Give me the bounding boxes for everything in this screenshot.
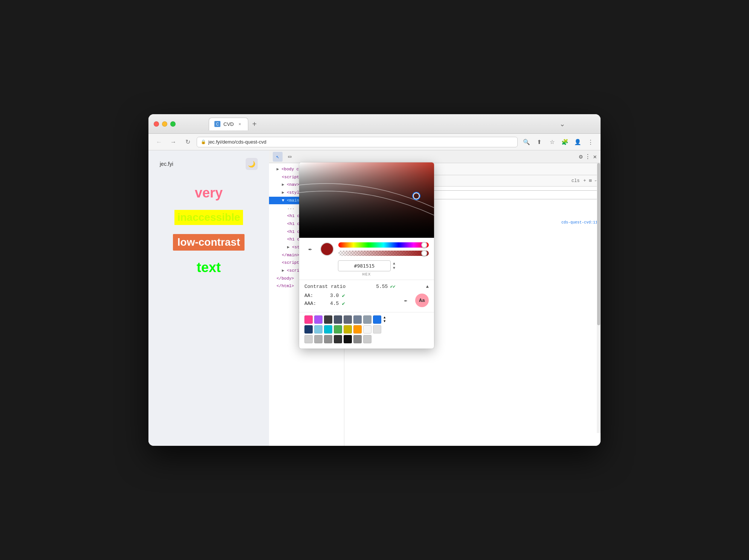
url-text: jec.fyi/demo/cds-quest-cvd	[208, 139, 266, 145]
swatches-scroll-buttons: ▲ ▼	[384, 316, 385, 323]
tab-menu-button[interactable]: ⌄	[559, 120, 565, 128]
main-area: jec.fyi 🌙 very inaccessible low-contrast…	[148, 150, 601, 446]
page-content: jec.fyi 🌙 very inaccessible low-contrast…	[148, 150, 269, 446]
aa-label: AA:	[304, 293, 327, 298]
swatches-up[interactable]: ▲	[384, 316, 385, 320]
aa-row: AA: 3.0 ✔	[304, 292, 399, 299]
aa-check-icon: ✔	[342, 292, 345, 299]
aaa-label: AAA:	[304, 301, 327, 306]
url-bar[interactable]: 🔒 jec.fyi/demo/cds-quest-cvd	[197, 137, 518, 147]
scrollbar-thumb[interactable]	[597, 163, 600, 325]
extensions-icon[interactable]: 🧩	[560, 137, 570, 147]
color-preview-circle	[320, 242, 334, 256]
swatch[interactable]	[324, 335, 332, 343]
swatch[interactable]	[334, 335, 342, 343]
swatch[interactable]	[363, 315, 371, 324]
devtools-toolbar: ↖ ▭ ⚙ ⋮ ✕	[269, 150, 601, 163]
swatch[interactable]	[353, 325, 362, 334]
devtools-settings-button[interactable]: ⚙	[579, 153, 583, 161]
alpha-thumb[interactable]	[421, 250, 427, 256]
swatch[interactable]	[334, 315, 342, 324]
swatch[interactable]	[334, 325, 342, 334]
panel-button[interactable]: ⊞	[589, 178, 592, 184]
swatch[interactable]	[304, 325, 313, 334]
back-button[interactable]: ←	[154, 137, 164, 147]
close-button[interactable]	[154, 121, 159, 127]
swatch[interactable]	[344, 335, 352, 343]
tab-title: CVD	[223, 121, 234, 127]
swatch[interactable]	[344, 325, 352, 334]
hex-increment[interactable]: ▲	[393, 262, 395, 266]
account-icon[interactable]: 👤	[573, 137, 582, 147]
color-picker[interactable]: ✒ ▲	[299, 162, 434, 349]
browser-tab[interactable]: C CVD ×	[209, 118, 248, 130]
more-menu-button[interactable]: ⋮	[585, 137, 595, 147]
hex-label: HEX	[362, 272, 371, 277]
swatch[interactable]	[314, 335, 323, 343]
tab-bar: C CVD × + ⌄	[179, 118, 595, 130]
color-gradient[interactable]	[299, 162, 434, 238]
bookmark-icon[interactable]: ☆	[547, 137, 557, 147]
swatch[interactable]	[314, 315, 323, 324]
share-icon[interactable]: ⬆	[534, 137, 544, 147]
reload-button[interactable]: ↻	[182, 137, 193, 147]
swatch[interactable]	[324, 315, 332, 324]
aaa-value: 4.5	[330, 301, 339, 306]
cp-controls: ✒	[299, 238, 434, 259]
sliders-area	[338, 242, 429, 256]
forward-button[interactable]: →	[168, 137, 179, 147]
hex-input[interactable]	[338, 260, 391, 271]
eyedropper-button[interactable]: ✒	[304, 243, 316, 255]
swatch[interactable]	[304, 315, 313, 324]
alpha-slider[interactable]	[338, 251, 429, 256]
swatch[interactable]	[353, 315, 362, 324]
swatch[interactable]	[344, 315, 352, 324]
picker-cursor[interactable]	[413, 193, 420, 199]
swatch[interactable]	[363, 335, 371, 343]
add-style-button[interactable]: cls	[572, 178, 580, 184]
toggle-style-button[interactable]: +	[583, 178, 586, 184]
swatch[interactable]	[324, 325, 332, 334]
swatches-row-2	[304, 325, 429, 334]
contrast-ratio-label: Contrast ratio	[304, 284, 345, 289]
lock-icon: 🔒	[201, 139, 206, 144]
demo-text-area: very inaccessible low-contrast text	[160, 181, 258, 275]
contrast-header: Contrast ratio 5.55 ✔✔ ▲	[304, 284, 429, 289]
devtools-panel: ↖ ▭ ⚙ ⋮ ✕ ▶ <body ct <script	[269, 150, 601, 446]
source-link[interactable]: cds-quest-cvd:11	[561, 219, 598, 226]
hue-thumb[interactable]	[421, 242, 427, 248]
hex-decrement[interactable]: ▼	[393, 266, 395, 270]
search-icon[interactable]: 🔍	[521, 137, 531, 147]
device-mode-button[interactable]: ▭	[285, 152, 295, 162]
hex-spinners: ▲ ▼	[393, 262, 395, 270]
inspect-element-button[interactable]: ↖	[273, 152, 283, 162]
swatch[interactable]	[373, 315, 381, 324]
hue-slider[interactable]	[338, 242, 429, 248]
word-very: very	[195, 185, 223, 201]
devtools-more-button[interactable]: ⋮	[585, 153, 591, 161]
aaa-row: AAA: 4.5 ✔	[304, 300, 399, 307]
mac-window: C CVD × + ⌄ ← → ↻ 🔒 jec.fyi/demo/cds-que…	[148, 114, 601, 446]
new-tab-button[interactable]: +	[248, 120, 260, 128]
dark-mode-toggle[interactable]: 🌙	[246, 158, 258, 170]
minimize-button[interactable]	[162, 121, 167, 127]
aaa-check-icon: ✔	[342, 300, 345, 307]
site-name: jec.fyi	[160, 161, 173, 167]
devtools-close-button[interactable]: ✕	[593, 153, 597, 161]
contrast-collapse-button[interactable]: ▲	[426, 284, 429, 289]
swatches-down[interactable]: ▼	[384, 320, 385, 323]
tab-close-button[interactable]: ×	[237, 121, 243, 127]
maximize-button[interactable]	[170, 121, 176, 127]
hex-input-area: ▲ ▼ HEX	[299, 259, 434, 280]
swatch[interactable]	[304, 335, 313, 343]
title-bar: C CVD × + ⌄	[148, 114, 601, 134]
devtools-scrollbar[interactable]	[597, 163, 601, 433]
swatch[interactable]	[314, 325, 323, 334]
swatch[interactable]	[363, 325, 371, 334]
swatch[interactable]	[373, 325, 381, 334]
contrast-eyedropper-button[interactable]: ✒	[400, 295, 411, 306]
swatch[interactable]	[353, 335, 362, 343]
address-bar: ← → ↻ 🔒 jec.fyi/demo/cds-quest-cvd 🔍 ⬆ ☆…	[148, 134, 601, 150]
double-check-icon: ✔✔	[390, 284, 395, 289]
aa-text-preview: Aa	[415, 294, 429, 307]
